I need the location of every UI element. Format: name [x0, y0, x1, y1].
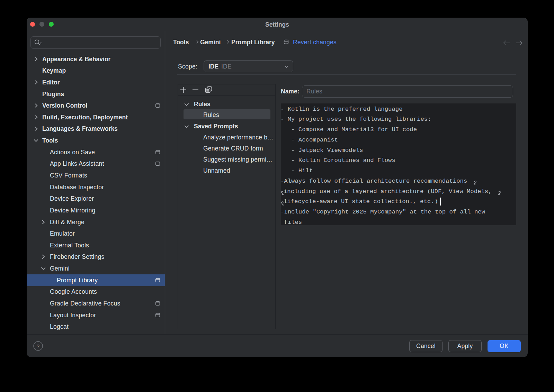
svg-text:?: ?: [37, 343, 39, 349]
